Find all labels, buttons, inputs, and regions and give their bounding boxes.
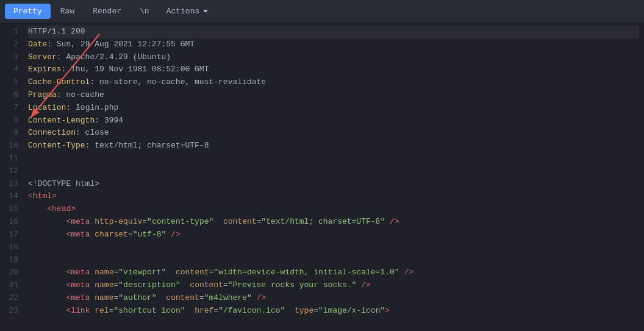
line-number: 10 (0, 140, 23, 152)
line-number: 20 (0, 266, 23, 279)
code-line: Connection: close (28, 127, 639, 140)
line-numbers: 1234567891011121314151617181920212223 (0, 23, 23, 331)
line-number: 1 (0, 26, 23, 38)
chevron-down-icon (203, 10, 208, 13)
line-number: 6 (0, 89, 23, 102)
tab-ln[interactable]: \n (131, 4, 158, 19)
line-number: 3 (0, 51, 23, 64)
line-number: 8 (0, 115, 23, 127)
code-line: <link rel="shortcut icon" href="/favicon… (28, 305, 639, 318)
line-number: 2 (0, 38, 23, 51)
code-line: Server: Apache/2.4.29 (Ubuntu) (28, 51, 639, 64)
line-number: 16 (0, 216, 23, 229)
code-line: Content-Length: 3994 (28, 115, 639, 127)
code-line: HTTP/1.1 200 (28, 26, 639, 38)
code-line (28, 152, 639, 165)
actions-label: Actions (166, 7, 200, 16)
line-number: 17 (0, 229, 23, 241)
line-number: 18 (0, 241, 23, 254)
line-number: 12 (0, 165, 23, 178)
line-number: 7 (0, 102, 23, 115)
tab-pretty[interactable]: Pretty (5, 4, 51, 19)
code-container: 1234567891011121314151617181920212223 HT… (0, 23, 644, 331)
line-number: 21 (0, 279, 23, 292)
line-number: 11 (0, 152, 23, 165)
line-number: 15 (0, 203, 23, 216)
code-content[interactable]: HTTP/1.1 200Date: Sun, 29 Aug 2021 12:27… (23, 23, 644, 331)
line-number: 22 (0, 292, 23, 305)
code-line: <meta name="description" content="Previs… (28, 279, 639, 292)
line-number: 9 (0, 127, 23, 140)
code-line: <html> (28, 190, 639, 203)
tab-raw[interactable]: Raw (52, 4, 83, 19)
code-wrapper: HTTP/1.1 200Date: Sun, 29 Aug 2021 12:27… (23, 23, 644, 331)
line-number: 19 (0, 254, 23, 266)
code-line (28, 165, 639, 178)
line-number: 13 (0, 178, 23, 191)
code-line (28, 241, 639, 254)
code-line: Expires: Thu, 19 Nov 1981 08:52:00 GMT (28, 63, 639, 76)
actions-button[interactable]: Actions (159, 4, 216, 19)
tab-render[interactable]: Render (84, 4, 130, 19)
line-number: 14 (0, 190, 23, 203)
code-line: <meta charset="utf-8" /> (28, 229, 639, 241)
code-line: <!DOCTYPE html> (28, 178, 639, 191)
code-line: <meta http-equiv="content-type" content=… (28, 216, 639, 229)
code-line: Cache-Control: no-store, no-cache, must-… (28, 76, 639, 89)
code-line: Content-Type: text/html; charset=UTF-8 (28, 140, 639, 152)
code-line: Location: login.php (28, 102, 639, 115)
line-number: 23 (0, 305, 23, 318)
line-number: 5 (0, 76, 23, 89)
code-line: Pragma: no-cache (28, 89, 639, 102)
code-line: <head> (28, 203, 639, 216)
code-line: <meta name="viewport" content="width=dev… (28, 266, 639, 279)
code-line (28, 254, 639, 266)
code-line: Date: Sun, 29 Aug 2021 12:27:55 GMT (28, 38, 639, 51)
toolbar: Pretty Raw Render \n Actions (0, 0, 644, 23)
line-number: 4 (0, 63, 23, 76)
code-line: <meta name="author" content="m4lwhere" /… (28, 292, 639, 305)
